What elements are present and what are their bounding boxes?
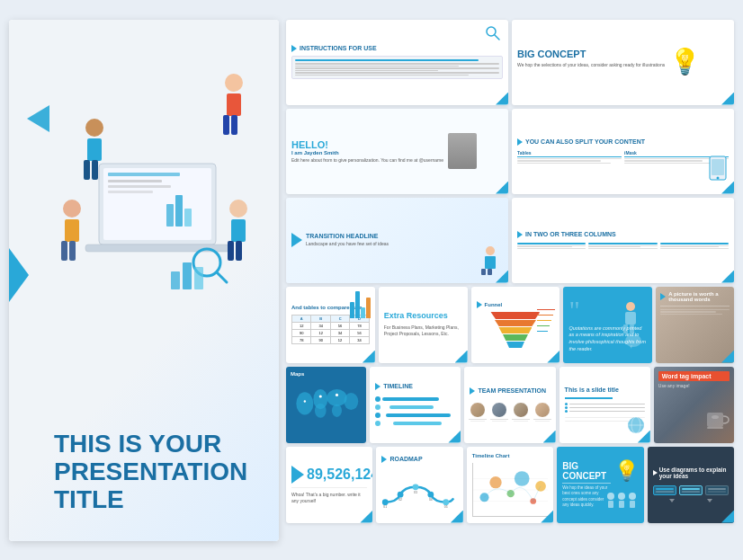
slide-columns[interactable]: In two or three columns bbox=[512, 198, 734, 283]
svg-rect-30 bbox=[183, 262, 192, 289]
svg-rect-40 bbox=[488, 269, 492, 275]
svg-text:03: 03 bbox=[415, 490, 418, 493]
svg-point-61 bbox=[712, 415, 719, 419]
hello-body: Edit here about from to give personaliza… bbox=[291, 157, 443, 164]
funnel-title: Funnel bbox=[485, 302, 503, 307]
slide-big-concept[interactable]: BIG CONCEPT We hop the selections of you… bbox=[512, 20, 734, 105]
svg-point-78 bbox=[515, 471, 530, 486]
svg-point-43 bbox=[626, 302, 635, 311]
svg-point-50 bbox=[327, 389, 346, 406]
big-number-text: 89,526,124 bbox=[307, 467, 372, 482]
slide-instructions[interactable]: Instructions for use bbox=[286, 20, 508, 105]
word-tag-subtitle: Use any image! bbox=[658, 383, 730, 388]
transition-body: Landscape and you have few set of ideas bbox=[306, 241, 389, 247]
svg-marker-28 bbox=[27, 105, 49, 132]
svg-rect-44 bbox=[625, 312, 636, 324]
slide-big-concept2[interactable]: BIG CONCEPT We hop the ideas of your bes… bbox=[557, 447, 643, 523]
roadmap-title: Roadmap bbox=[389, 456, 422, 463]
compare-table: ABCD 12345678 90123456 78901234 bbox=[291, 315, 370, 344]
slide-tables[interactable]: And tables to compare data ABCD 12345678… bbox=[286, 287, 375, 363]
people-icons bbox=[604, 492, 640, 519]
slide-roadmap[interactable]: Roadmap 01 bbox=[376, 447, 462, 523]
slide-extra-resources[interactable]: Extra Resources For Business Plans, Mark… bbox=[379, 287, 468, 363]
slide-team[interactable]: Team Presentation bbox=[464, 367, 555, 443]
bullet-list bbox=[565, 403, 645, 413]
device-icon bbox=[703, 155, 730, 182]
arrow-icon bbox=[291, 45, 297, 52]
svg-point-53 bbox=[319, 395, 322, 397]
slide-photo1[interactable]: A picture is worth a thousand words bbox=[656, 287, 734, 363]
svg-point-85 bbox=[629, 493, 636, 500]
svg-point-83 bbox=[618, 493, 625, 500]
roadmap-path: 01 02 03 04 05 bbox=[381, 468, 457, 513]
slide-quotation[interactable]: " Quotations are commonly printed as a m… bbox=[563, 287, 652, 363]
svg-rect-31 bbox=[194, 267, 203, 289]
slide-split-content[interactable]: You can also split your content Tables i… bbox=[512, 109, 734, 194]
svg-rect-23 bbox=[231, 219, 246, 242]
photo2-content: Word tag impact Use any image! bbox=[654, 367, 734, 443]
slide-title-slide[interactable]: This is a slide title bbox=[559, 367, 650, 443]
svg-rect-13 bbox=[231, 115, 237, 135]
scatter-chart bbox=[472, 463, 548, 517]
slide-funnel[interactable]: Funnel bbox=[471, 287, 560, 363]
transition-illustration bbox=[472, 244, 504, 275]
arrow-icon bbox=[477, 301, 482, 308]
svg-point-18 bbox=[63, 200, 81, 218]
columns-title: In two or three columns bbox=[525, 231, 616, 238]
main-slide[interactable]: THIS IS YOUR PRESENTATION TITLE bbox=[9, 20, 279, 541]
slide-hello[interactable]: HELLO! I am Jayden Smith Edit here about… bbox=[286, 109, 508, 194]
svg-rect-16 bbox=[84, 160, 90, 180]
timeline-title: Timeline bbox=[383, 383, 413, 390]
slide-transition[interactable]: Transition headline Landscape and you ha… bbox=[286, 198, 508, 283]
number-arrow-icon bbox=[291, 466, 304, 484]
presentation-template: THIS IS YOUR PRESENTATION TITLE Instruct… bbox=[9, 20, 734, 541]
svg-point-65 bbox=[428, 492, 434, 498]
maps-title: Maps bbox=[291, 371, 362, 377]
svg-rect-39 bbox=[481, 269, 486, 275]
svg-rect-84 bbox=[619, 501, 624, 508]
svg-point-51 bbox=[332, 404, 342, 416]
photo1-title: A picture is worth a thousand words bbox=[668, 291, 730, 303]
arrow-icon bbox=[517, 231, 523, 238]
team-avatars bbox=[470, 402, 550, 422]
big-concept-title: BIG CONCEPT bbox=[517, 49, 665, 59]
svg-text:04: 04 bbox=[429, 498, 433, 502]
slide-diagrams[interactable]: Use diagrams to explain your ideas bbox=[648, 447, 734, 523]
svg-point-81 bbox=[607, 493, 614, 500]
diagrams-title: Use diagrams to explain your ideas bbox=[659, 467, 729, 479]
grid-row-3: Transition headline Landscape and you ha… bbox=[286, 198, 734, 283]
slide-maps[interactable]: Maps bbox=[286, 367, 366, 443]
slide-title-main: This is a slide title bbox=[565, 387, 645, 394]
svg-point-22 bbox=[229, 200, 247, 218]
svg-point-14 bbox=[85, 119, 103, 137]
svg-rect-25 bbox=[236, 241, 242, 261]
svg-rect-45 bbox=[623, 324, 628, 333]
chart-title: Timeline Chart bbox=[472, 453, 548, 458]
slide-timeline[interactable]: Timeline bbox=[370, 367, 461, 443]
svg-point-64 bbox=[413, 484, 419, 490]
svg-line-33 bbox=[495, 35, 499, 40]
slide-photo2[interactable]: Word tag impact Use any image! bbox=[654, 367, 734, 443]
person-photo bbox=[448, 133, 477, 169]
slide-big-number[interactable]: 89,526,124 Whoa! That's a big number. wr… bbox=[286, 447, 372, 523]
svg-rect-5 bbox=[108, 191, 153, 193]
photo-overlay: A picture is worth a thousand words bbox=[656, 287, 734, 363]
bulb-icon2: 💡 bbox=[614, 461, 639, 481]
mini-chart bbox=[350, 291, 371, 318]
svg-text:01: 01 bbox=[384, 505, 388, 509]
svg-rect-7 bbox=[175, 195, 183, 227]
grid-row-5: Maps bbox=[286, 367, 734, 443]
arrow-icon bbox=[375, 383, 380, 390]
svg-rect-20 bbox=[61, 241, 67, 261]
arrow-icon bbox=[470, 387, 475, 395]
svg-rect-11 bbox=[227, 93, 241, 116]
svg-rect-35 bbox=[712, 159, 724, 175]
svg-point-66 bbox=[443, 499, 450, 505]
svg-point-54 bbox=[336, 393, 338, 396]
grid-row-2: HELLO! I am Jayden Smith Edit here about… bbox=[286, 109, 734, 194]
slide-chart[interactable]: Timeline Chart bbox=[467, 447, 553, 523]
hello-title: HELLO! bbox=[291, 139, 443, 150]
svg-rect-1 bbox=[103, 168, 211, 240]
svg-point-47 bbox=[296, 392, 313, 414]
coffee-icon bbox=[704, 408, 730, 434]
